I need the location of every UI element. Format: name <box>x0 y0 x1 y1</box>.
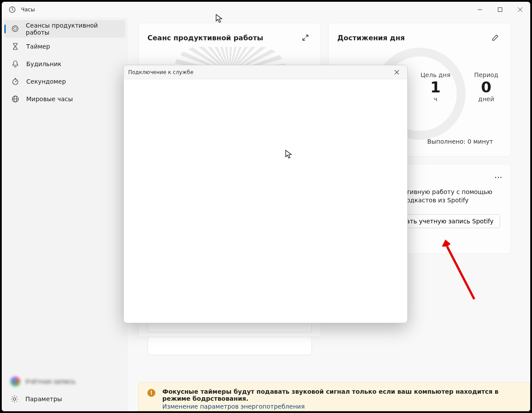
app-title: Часы <box>21 7 470 13</box>
avatar <box>10 377 20 386</box>
session-option-row[interactable] <box>147 337 312 355</box>
nav-label: Секундомер <box>26 78 66 85</box>
expand-button[interactable] <box>299 31 312 44</box>
streak-stat: Период 0 дней <box>474 71 498 102</box>
nav-item-stopwatch[interactable]: Секундомер <box>4 73 125 90</box>
banner-content: Фокусные таймеры будут подавать звуковой… <box>162 388 521 410</box>
sidebar: Сеансы продуктивной работы Таймер Будиль… <box>2 18 128 411</box>
nav-label: Сеансы продуктивной работы <box>26 22 118 36</box>
streak-label: Период <box>474 71 498 78</box>
more-button[interactable]: ⋯ <box>492 170 505 184</box>
nav-label: Будильник <box>26 60 62 67</box>
gear-icon <box>10 395 18 403</box>
goal-stat: Цель дня 1 ч <box>420 71 450 102</box>
nav-item-world-clock[interactable]: Мировые часы <box>4 90 125 108</box>
streak-unit: дней <box>474 95 498 102</box>
globe-icon <box>11 95 19 103</box>
card-title: Достижения дня <box>337 34 405 42</box>
dialog-title: Подключение к службе <box>128 69 391 75</box>
goal-value: 1 <box>420 79 450 95</box>
close-button[interactable] <box>510 2 530 18</box>
card-header: Достижения дня <box>337 31 502 44</box>
svg-line-12 <box>15 81 17 82</box>
streak-value: 0 <box>474 79 498 95</box>
goal-label: Цель дня <box>420 71 450 78</box>
sidebar-bottom: Учётная запись Параметры <box>2 369 128 411</box>
window-controls <box>470 2 530 18</box>
account-item[interactable]: Учётная запись <box>4 373 125 390</box>
hourglass-icon <box>11 42 19 50</box>
nav-item-focus-sessions[interactable]: Сеансы продуктивной работы <box>4 20 125 38</box>
warning-banner: ! Фокусные таймеры будут подавать звуков… <box>138 382 530 411</box>
nav-list: Сеансы продуктивной работы Таймер Будиль… <box>2 20 128 369</box>
goal-unit: ч <box>420 95 450 102</box>
connect-service-dialog: Подключение к службе <box>123 65 408 323</box>
card-title: Сеанс продуктивной работы <box>147 34 263 42</box>
warning-icon: ! <box>147 389 155 397</box>
focus-icon <box>11 25 19 33</box>
svg-point-16 <box>13 398 16 400</box>
nav-item-alarm[interactable]: Будильник <box>4 55 125 73</box>
stats: Цель дня 1 ч Период 0 дней <box>420 71 498 102</box>
titlebar: Часы <box>2 2 530 18</box>
completed-text: Выполнено: 0 минут <box>427 138 493 145</box>
nav-item-settings[interactable]: Параметры <box>4 390 125 408</box>
account-name: Учётная запись <box>25 378 75 385</box>
nav-label: Мировые часы <box>26 95 73 102</box>
svg-point-7 <box>12 26 18 32</box>
nav-item-timer[interactable]: Таймер <box>4 38 125 55</box>
edit-button[interactable] <box>489 31 502 44</box>
stopwatch-icon <box>11 78 19 85</box>
card-header: Сеанс продуктивной работы <box>147 31 312 44</box>
bell-icon <box>11 60 19 68</box>
banner-link[interactable]: Изменение параметров энергопотребления <box>162 403 521 410</box>
app-icon <box>9 6 16 13</box>
svg-point-8 <box>14 28 17 31</box>
dialog-close-button[interactable] <box>391 67 403 78</box>
maximize-button[interactable] <box>490 2 510 18</box>
settings-label: Параметры <box>25 395 62 402</box>
minimize-button[interactable] <box>470 2 490 18</box>
svg-rect-4 <box>498 8 502 12</box>
nav-label: Таймер <box>26 43 50 50</box>
banner-title: Фокусные таймеры будут подавать звуковой… <box>162 388 521 402</box>
svg-line-2 <box>12 10 14 11</box>
dialog-titlebar: Подключение к службе <box>124 65 407 79</box>
